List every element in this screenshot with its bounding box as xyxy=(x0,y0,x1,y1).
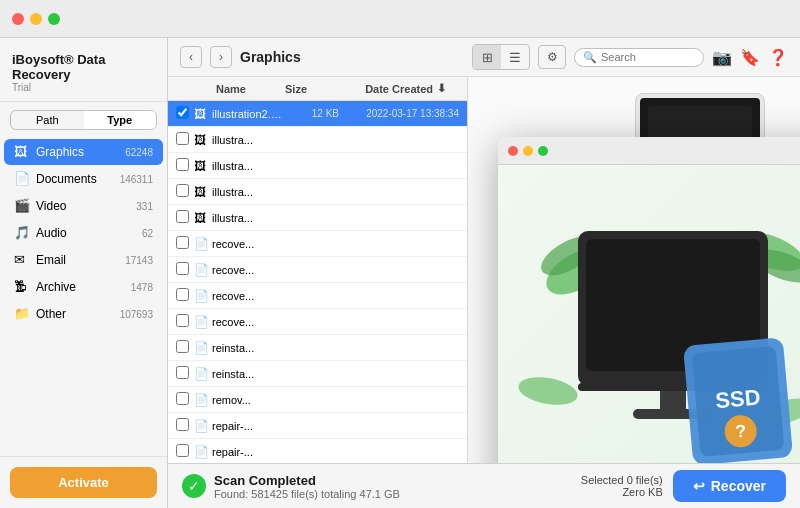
sidebar-item-count: 107693 xyxy=(120,309,153,320)
recover-button[interactable]: ↩ Recover xyxy=(673,470,786,502)
file-type-icon: 📄 xyxy=(194,445,212,459)
table-row[interactable]: 🖼 illustra... xyxy=(168,127,467,153)
status-title: Scan Completed xyxy=(214,473,400,488)
file-name: recove... xyxy=(212,316,284,328)
table-row[interactable]: 🖼 illustra... xyxy=(168,205,467,231)
bookmark-icon[interactable]: 🔖 xyxy=(740,48,760,67)
sidebar-item-label: Graphics xyxy=(36,145,125,159)
table-row[interactable]: 🖼 illustra... xyxy=(168,179,467,205)
checkbox[interactable] xyxy=(176,210,194,225)
other-icon: 📁 xyxy=(14,306,30,322)
checkbox[interactable] xyxy=(176,366,194,381)
graphics-icon: 🖼 xyxy=(14,144,30,160)
forward-button[interactable]: › xyxy=(210,46,232,68)
table-row[interactable]: 📄 remov... xyxy=(168,387,467,413)
column-icon-area: ⬇ xyxy=(437,82,457,95)
checkbox[interactable] xyxy=(176,314,194,329)
table-row[interactable]: 📄 recove... xyxy=(168,231,467,257)
popup-close-button[interactable] xyxy=(508,146,518,156)
sidebar-item-email[interactable]: ✉ Email 17143 xyxy=(4,247,163,273)
traffic-lights xyxy=(12,13,60,25)
popup-maximize-button[interactable] xyxy=(538,146,548,156)
file-type-icon: 📄 xyxy=(194,419,212,433)
checkbox[interactable] xyxy=(176,236,194,251)
sidebar-item-video[interactable]: 🎬 Video 331 xyxy=(4,193,163,219)
sidebar-item-count: 331 xyxy=(136,201,153,212)
table-row[interactable]: 📄 repair-... xyxy=(168,413,467,439)
popup-illustration-area: SSD ? xyxy=(498,165,800,463)
maximize-button[interactable] xyxy=(48,13,60,25)
table-row[interactable]: 🖼 illustration2.png 12 KB 2022-03-17 13:… xyxy=(168,101,467,127)
table-row[interactable]: 📄 repair-... xyxy=(168,439,467,463)
preview-popup: SSD ? xyxy=(498,137,800,463)
tab-path[interactable]: Path xyxy=(11,111,84,129)
checkbox[interactable] xyxy=(176,444,194,459)
table-row[interactable]: 📄 recove... xyxy=(168,309,467,335)
table-row[interactable]: 📄 reinsta... xyxy=(168,361,467,387)
sidebar-item-audio[interactable]: 🎵 Audio 62 xyxy=(4,220,163,246)
file-name: remov... xyxy=(212,394,284,406)
back-button[interactable]: ‹ xyxy=(180,46,202,68)
app-name: iBoysoft® Data Recovery xyxy=(12,52,155,82)
sidebar-header: iBoysoft® Data Recovery Trial xyxy=(0,38,167,102)
content-split: Name Size Date Created ⬇ 🖼 illustration2… xyxy=(168,77,800,463)
checkbox[interactable] xyxy=(176,262,194,277)
sidebar: iBoysoft® Data Recovery Trial Path Type … xyxy=(0,38,168,508)
file-name: reinsta... xyxy=(212,342,284,354)
table-row[interactable]: 🖼 illustra... xyxy=(168,153,467,179)
checkbox[interactable] xyxy=(176,158,194,173)
minimize-button[interactable] xyxy=(30,13,42,25)
selected-info: Selected 0 file(s) Zero KB xyxy=(581,474,663,498)
table-row[interactable]: 📄 recove... xyxy=(168,283,467,309)
filter-button[interactable]: ⚙ xyxy=(538,45,566,69)
help-icon[interactable]: ❓ xyxy=(768,48,788,67)
close-button[interactable] xyxy=(12,13,24,25)
file-name: illustration2.png xyxy=(212,108,284,120)
file-name: repair-... xyxy=(212,446,284,458)
camera-icon[interactable]: 📷 xyxy=(712,48,732,67)
sidebar-item-label: Email xyxy=(36,253,125,267)
toolbar-icons: 📷 🔖 ❓ xyxy=(712,48,788,67)
list-view-button[interactable]: ☰ xyxy=(501,45,529,69)
activate-button[interactable]: Activate xyxy=(10,467,157,498)
file-type-icon: 🖼 xyxy=(194,107,212,121)
checkbox[interactable] xyxy=(176,132,194,147)
file-list: 🖼 illustration2.png 12 KB 2022-03-17 13:… xyxy=(168,101,467,463)
status-info: Scan Completed Found: 581425 file(s) tot… xyxy=(214,473,400,500)
sidebar-item-count: 62 xyxy=(142,228,153,239)
app-body: iBoysoft® Data Recovery Trial Path Type … xyxy=(0,38,800,508)
sidebar-item-count: 17143 xyxy=(125,255,153,266)
checkbox[interactable] xyxy=(176,340,194,355)
checkbox[interactable] xyxy=(176,184,194,199)
sidebar-item-graphics[interactable]: 🖼 Graphics 62248 xyxy=(4,139,163,165)
checkbox[interactable] xyxy=(176,418,194,433)
sidebar-item-documents[interactable]: 📄 Documents 146311 xyxy=(4,166,163,192)
svg-point-4 xyxy=(518,373,580,409)
file-type-icon: 📄 xyxy=(194,263,212,277)
table-row[interactable]: 📄 reinsta... xyxy=(168,335,467,361)
file-name: illustra... xyxy=(212,134,284,146)
email-icon: ✉ xyxy=(14,252,30,268)
checkbox[interactable] xyxy=(176,288,194,303)
illustration-svg: SSD ? xyxy=(518,191,800,463)
sidebar-item-archive[interactable]: 🗜 Archive 1478 xyxy=(4,274,163,300)
file-name: illustra... xyxy=(212,212,284,224)
checkbox[interactable] xyxy=(176,106,194,121)
tab-type[interactable]: Type xyxy=(84,111,157,129)
table-row[interactable]: 📄 recove... xyxy=(168,257,467,283)
popup-titlebar xyxy=(498,137,800,165)
file-name: recove... xyxy=(212,264,284,276)
checkbox[interactable] xyxy=(176,392,194,407)
search-box[interactable]: 🔍 xyxy=(574,48,704,67)
sidebar-item-other[interactable]: 📁 Other 107693 xyxy=(4,301,163,327)
titlebar xyxy=(0,0,800,38)
video-icon: 🎬 xyxy=(14,198,30,214)
file-type-icon: 📄 xyxy=(194,289,212,303)
search-input[interactable] xyxy=(601,51,695,63)
grid-view-button[interactable]: ⊞ xyxy=(473,45,501,69)
scan-status: ✓ Scan Completed Found: 581425 file(s) t… xyxy=(182,473,571,500)
recover-label: Recover xyxy=(711,478,766,494)
popup-minimize-button[interactable] xyxy=(523,146,533,156)
file-list-area: Name Size Date Created ⬇ 🖼 illustration2… xyxy=(168,77,468,463)
status-detail: Found: 581425 file(s) totaling 47.1 GB xyxy=(214,488,400,500)
